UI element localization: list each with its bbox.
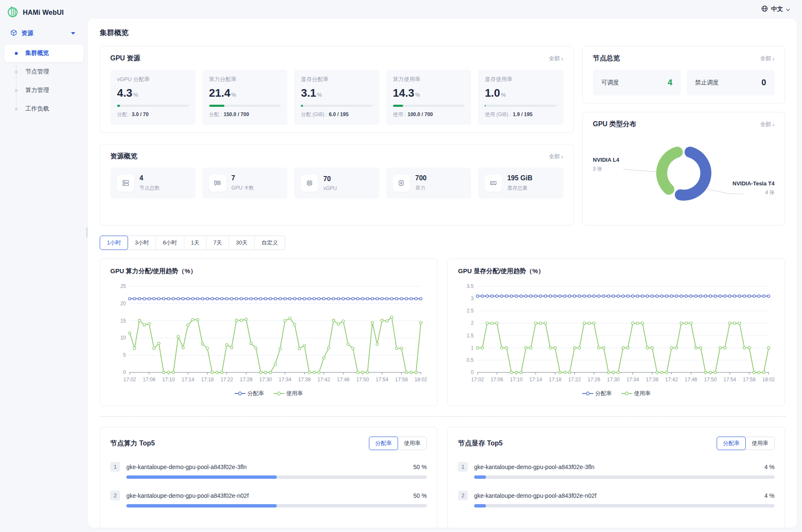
- svg-text:17:46: 17:46: [337, 377, 349, 383]
- legend-item[interactable]: 分配率: [582, 390, 612, 397]
- resource-overview-view-all-link[interactable]: 全部 ›: [549, 153, 563, 160]
- toggle-allocation-rate[interactable]: 分配率: [717, 437, 746, 450]
- sidebar-item-label: 节点管理: [25, 68, 49, 76]
- time-range-tabs: 1小时 3小时 6小时 1天 7天 30天 自定义: [100, 236, 785, 250]
- topbar: 中文: [88, 0, 802, 19]
- time-tab-6h[interactable]: 6小时: [155, 236, 183, 250]
- svg-text:1: 1: [471, 345, 474, 351]
- time-tab-1d[interactable]: 1天: [184, 236, 206, 250]
- nav-group-resources[interactable]: 资源: [0, 23, 88, 43]
- toggle-usage-rate[interactable]: 使用率: [745, 437, 774, 450]
- resource-item-memory: 195 GiB 显存总量: [478, 168, 563, 198]
- resource-value: 7: [232, 174, 254, 182]
- stat-unit: %: [415, 92, 420, 98]
- time-tab-custom[interactable]: 自定义: [254, 236, 285, 250]
- view-all-label: 全部: [549, 55, 560, 62]
- nav-dot: [15, 89, 18, 92]
- stat-detail-label: 使用 :: [393, 111, 406, 117]
- legend-item[interactable]: 使用率: [273, 390, 303, 397]
- rank-badge: 1: [110, 462, 120, 472]
- progress-bar: [301, 105, 373, 107]
- card-title: 节点算力 Top5: [110, 439, 155, 448]
- svg-text:17:58: 17:58: [395, 377, 408, 383]
- resource-label: vGPU: [323, 185, 337, 191]
- node-value: 50 %: [413, 464, 427, 470]
- unschedulable-label: 禁止调度: [695, 79, 719, 87]
- svg-text:17:50: 17:50: [704, 377, 717, 383]
- sidebar: HAMi WebUI 资源 集群概览: [0, 0, 88, 532]
- node-overview-view-all-link[interactable]: 全部 ›: [760, 55, 775, 62]
- svg-text:17:18: 17:18: [201, 377, 214, 383]
- resource-label: 节点总数: [139, 185, 160, 192]
- svg-text:17:26: 17:26: [588, 377, 600, 383]
- gpu-resources-view-all-link[interactable]: 全部 ›: [549, 55, 563, 62]
- sidebar-item-compute-management[interactable]: 算力管理: [4, 81, 84, 99]
- stat-detail-label: 分配 :: [209, 111, 222, 117]
- nav-dot: [15, 71, 18, 73]
- sidebar-item-label: 算力管理: [25, 87, 49, 94]
- sidebar-item-label: 工作负载: [25, 105, 49, 113]
- toggle-allocation-rate[interactable]: 分配率: [369, 437, 398, 450]
- card-title: GPU 资源: [110, 54, 140, 63]
- resource-value: 70: [323, 175, 337, 183]
- resource-value: 700: [415, 174, 427, 182]
- memory-icon: [485, 175, 502, 192]
- stat-detail-value: 1.9 / 195: [513, 111, 532, 117]
- time-tab-1h[interactable]: 1小时: [100, 236, 128, 250]
- sidebar-item-node-management[interactable]: 节点管理: [4, 63, 84, 81]
- progress-bar: [485, 105, 556, 107]
- svg-text:0: 0: [123, 369, 126, 375]
- svg-text:20: 20: [120, 301, 126, 307]
- pie-slice-name: NVIDIA-Tesla T4: [733, 180, 775, 187]
- main-panel: 集群概览 GPU 资源 全部 ›: [88, 19, 797, 528]
- chevron-right-icon: ›: [772, 121, 775, 128]
- svg-text:17:02: 17:02: [471, 377, 484, 383]
- gpu-types-view-all-link[interactable]: 全部 ›: [760, 121, 775, 128]
- sidebar-nav: 资源 集群概览 节点管理 算力管理 工作负载: [0, 23, 88, 118]
- svg-text:17:30: 17:30: [259, 377, 272, 383]
- resource-label: 算力: [415, 185, 427, 192]
- svg-text:17:22: 17:22: [568, 377, 581, 383]
- memory-trend-card: GPU 显存分配/使用趋势（%） 00.511.522.533.517:0217…: [447, 258, 785, 406]
- schedulable-label: 可调度: [601, 79, 619, 87]
- chevron-down-icon: [786, 6, 790, 13]
- legend-item[interactable]: 使用率: [621, 390, 651, 397]
- progress-bar: [393, 105, 465, 107]
- card-title: GPU 类型分布: [593, 120, 636, 129]
- svg-text:17:50: 17:50: [356, 377, 369, 383]
- svg-text:17:42: 17:42: [665, 377, 678, 383]
- rank-badge: 2: [110, 491, 120, 500]
- nav-dot: [15, 108, 18, 111]
- stat-label: 显存分配率: [301, 76, 373, 83]
- svg-text:0: 0: [471, 369, 474, 375]
- gpu-type-distribution-card: GPU 类型分布 全部 ›: [582, 112, 785, 225]
- sidebar-collapse-handle[interactable]: [86, 227, 87, 237]
- resource-items-row: 4 节点总数: [110, 168, 563, 198]
- sidebar-item-workloads[interactable]: 工作负载: [4, 100, 84, 118]
- stat-detail-label: 分配 :: [117, 111, 130, 117]
- svg-text:17:02: 17:02: [123, 377, 136, 383]
- stat-value: 3.1: [301, 87, 316, 99]
- progress-bar: [117, 105, 189, 107]
- time-tab-3h[interactable]: 3小时: [128, 236, 155, 250]
- resource-item-gpu-cards: 7 GPU 卡数: [202, 168, 288, 198]
- stat-unit: %: [501, 92, 506, 98]
- svg-text:17:14: 17:14: [529, 377, 542, 383]
- node-progress-bar: [474, 475, 775, 479]
- memory-top5-toggle: 分配率 使用率: [717, 437, 775, 450]
- hami-logo-icon: [7, 6, 19, 19]
- unschedulable-box: 禁止调度 0: [687, 70, 775, 95]
- language-selector[interactable]: 中文: [761, 5, 790, 14]
- node-name: gke-kantaloupe-demo-gpu-pool-a843f02e-n0…: [474, 492, 764, 499]
- app-title: HAMi WebUI: [23, 9, 64, 16]
- memory-trend-chart: 00.511.522.533.517:0217:0617:1017:1417:1…: [458, 281, 775, 387]
- svg-text:17:38: 17:38: [298, 377, 311, 383]
- vgpu-chip-icon: [301, 175, 318, 192]
- time-tab-30d[interactable]: 30天: [229, 236, 254, 250]
- svg-text:5: 5: [123, 352, 126, 358]
- time-tab-7d[interactable]: 7天: [206, 236, 229, 250]
- legend-item[interactable]: 分配率: [235, 390, 264, 397]
- sidebar-item-cluster-overview[interactable]: 集群概览: [4, 44, 84, 62]
- toggle-usage-rate[interactable]: 使用率: [398, 437, 426, 450]
- stat-label: 算力使用率: [393, 76, 465, 83]
